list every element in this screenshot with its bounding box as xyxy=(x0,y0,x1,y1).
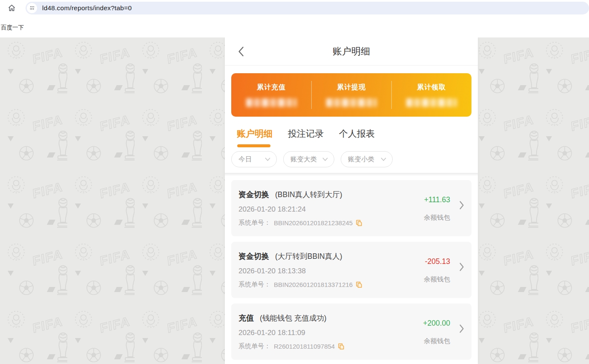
stat-label: 累计提现 xyxy=(337,83,366,92)
stat-total-withdrawal: 累计提现 xyxy=(311,73,391,117)
copy-button[interactable] xyxy=(338,343,344,350)
back-button[interactable] xyxy=(234,45,248,58)
tab-account-detail[interactable]: 账户明细 xyxy=(237,128,273,140)
copy-button[interactable] xyxy=(356,281,362,288)
copy-button[interactable] xyxy=(356,220,362,226)
order-label: 系统单号： xyxy=(238,342,270,350)
stat-value-redacted xyxy=(326,98,376,107)
transaction-amount-block: +200.00 余额钱包 xyxy=(423,319,450,346)
filter-bar: 今日 账变大类 账变小类 xyxy=(231,151,478,167)
transaction-amount: +200.00 xyxy=(423,319,450,328)
order-label: 系统单号： xyxy=(238,281,270,289)
copy-icon xyxy=(356,281,362,288)
stat-label: 累计充值 xyxy=(257,83,286,92)
transaction-row[interactable]: 资金切换 (大厅转到BBIN真人) 2026-01-20 18:13:38 系统… xyxy=(231,242,471,298)
stat-value-redacted xyxy=(406,98,457,107)
filter-label: 今日 xyxy=(238,155,252,164)
panel-header: 账户明细 xyxy=(225,37,478,66)
wallet-label: 余额钱包 xyxy=(423,337,450,346)
report-tabs: 账户明细 投注记录 个人报表 xyxy=(237,128,478,140)
tune-icon xyxy=(29,5,35,11)
transaction-type: 资金切换 xyxy=(238,252,269,261)
transaction-subtitle: (钱能钱包 充值成功) xyxy=(260,314,327,322)
bookmarks-bar: 百度一下 xyxy=(0,16,589,37)
transaction-amount-block: +111.63 余额钱包 xyxy=(424,195,450,222)
transaction-type: 充值 xyxy=(238,314,254,322)
transaction-amount: -205.13 xyxy=(424,257,450,266)
filter-major-type-dropdown[interactable]: 账变大类 xyxy=(283,151,334,167)
toolbar-shadow xyxy=(225,173,478,176)
transaction-subtitle: (大厅转到BBIN真人) xyxy=(275,252,342,261)
order-number: BBIN202601201821238245 xyxy=(274,219,353,226)
filter-label: 账变小类 xyxy=(348,155,374,164)
transaction-list: 资金切换 (BBIN真人转到大厅) 2026-01-20 18:21:24 系统… xyxy=(225,176,478,364)
page-content: FIFA xyxy=(0,37,589,364)
cumulative-stats-card: 累计充值 累计提现 累计领取 xyxy=(231,73,471,117)
home-button[interactable] xyxy=(3,1,20,15)
url-text: ld48.com/reports/index?tab=0 xyxy=(42,4,132,12)
tab-personal-report[interactable]: 个人报表 xyxy=(339,128,375,140)
stat-total-deposit: 累计充值 xyxy=(231,73,311,117)
chevron-left-icon xyxy=(237,46,245,57)
order-number: BBIN202601201813371216 xyxy=(274,281,353,288)
order-number: R2601201811097854 xyxy=(274,343,335,350)
order-label: 系统单号： xyxy=(238,219,270,227)
url-bar[interactable]: ld48.com/reports/index?tab=0 xyxy=(26,2,589,14)
transaction-amount: +111.63 xyxy=(424,195,450,204)
chevron-right-icon xyxy=(459,324,464,333)
copy-icon xyxy=(356,220,362,226)
stat-value-redacted xyxy=(246,98,296,107)
home-icon xyxy=(7,3,16,12)
filter-label: 账变大类 xyxy=(290,155,317,164)
transaction-row[interactable]: 充值 (钱能钱包 充值成功) 2026-01-20 18:11:09 系统单号：… xyxy=(231,304,471,360)
transaction-amount-block: -205.13 余额钱包 xyxy=(424,257,450,284)
wallet-label: 余额钱包 xyxy=(424,213,450,222)
chevron-right-icon xyxy=(459,262,464,272)
transaction-subtitle: (BBIN真人转到大厅) xyxy=(275,190,342,199)
chevron-down-icon xyxy=(381,158,386,161)
tab-bet-records[interactable]: 投注记录 xyxy=(288,128,324,140)
stat-label: 累计领取 xyxy=(417,83,446,92)
stat-total-claimed: 累计领取 xyxy=(391,73,471,117)
wallet-label: 余额钱包 xyxy=(424,275,450,284)
bookmark-baidu-link[interactable]: 百度一下 xyxy=(1,24,24,32)
transaction-type: 资金切换 xyxy=(238,190,269,199)
browser-toolbar: ld48.com/reports/index?tab=0 xyxy=(0,0,589,16)
account-detail-panel: 账户明细 累计充值 累计提现 累计领取 账户明细 投注记录 个人报表 今日 xyxy=(225,37,478,364)
copy-icon xyxy=(338,343,344,350)
filter-minor-type-dropdown[interactable]: 账变小类 xyxy=(341,151,393,167)
transaction-row[interactable]: 资金切换 (BBIN真人转到大厅) 2026-01-20 18:21:24 系统… xyxy=(231,180,471,236)
site-settings-button[interactable] xyxy=(27,3,37,13)
chevron-down-icon xyxy=(265,158,270,161)
chevron-right-icon xyxy=(459,201,464,210)
page-title: 账户明细 xyxy=(333,45,370,58)
chevron-down-icon xyxy=(322,158,328,161)
filter-date-dropdown[interactable]: 今日 xyxy=(231,151,277,167)
